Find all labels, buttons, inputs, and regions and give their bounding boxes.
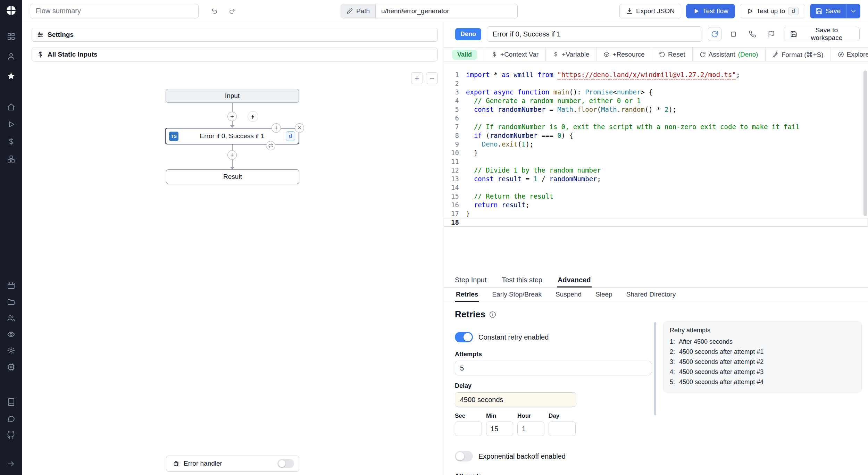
toolbar-context-var[interactable]: +Context Var — [484, 48, 545, 61]
retry-attempt-item: 5: 4500 seconds after attempt #4 — [670, 377, 855, 387]
input-node-label: Input — [225, 92, 240, 100]
repeat-icon — [268, 143, 273, 148]
toolbar-assistant[interactable]: Assistant(Deno) — [692, 48, 765, 61]
code-line-7[interactable]: 7 // If randomNumber is 0, exit the scri… — [444, 123, 868, 131]
sidebar-item-star[interactable] — [4, 69, 18, 83]
sidebar-item-users[interactable] — [4, 311, 18, 325]
save-dropdown-button[interactable] — [846, 4, 860, 18]
subtab-shared-directory[interactable]: Shared Directory — [626, 288, 677, 302]
sidebar-item-user[interactable] — [4, 49, 18, 63]
expand-sidebar-button[interactable] — [4, 457, 18, 471]
zoom-out-button[interactable]: − — [426, 72, 438, 84]
redo-button[interactable] — [225, 4, 239, 18]
sidebar-item-dollar[interactable] — [4, 135, 18, 149]
subtab-sleep[interactable]: Sleep — [595, 288, 613, 302]
code-line-4[interactable]: 4 // Generate a random number, either 0 … — [444, 97, 868, 105]
sidebar-item-home[interactable] — [4, 100, 18, 114]
attempts-input[interactable] — [455, 361, 651, 375]
constant-retry-toggle[interactable] — [455, 332, 473, 342]
zoom-in-button[interactable]: + — [411, 72, 423, 84]
sync-button[interactable] — [708, 27, 721, 41]
code-line-16[interactable]: 16 return result; — [444, 201, 868, 209]
trigger-step-button[interactable] — [248, 111, 258, 122]
form-scrollbar[interactable] — [654, 322, 656, 415]
code-line-18[interactable]: 18 — [444, 218, 868, 227]
tab-step-input[interactable]: Step Input — [454, 274, 487, 288]
fullscreen-button[interactable] — [727, 27, 740, 41]
tab-test-this-step[interactable]: Test this step — [501, 274, 543, 288]
code-line-14[interactable]: 14 — [444, 183, 868, 192]
sidebar-item-folder[interactable] — [4, 295, 18, 309]
step-loop-button[interactable] — [266, 141, 275, 150]
code-line-6[interactable]: 6 — [444, 114, 868, 123]
code-line-15[interactable]: 15 // Return the result — [444, 192, 868, 201]
code-line-5[interactable]: 5 const randomNumber = Math.floor(Math.r… — [444, 105, 868, 114]
code-line-17[interactable]: 17} — [444, 209, 868, 218]
settings-bar[interactable]: Settings — [32, 28, 438, 42]
day-label: Day — [549, 412, 576, 419]
editor-scrollbar[interactable] — [863, 70, 867, 216]
flow-summary-input[interactable] — [30, 4, 199, 18]
subtab-retries[interactable]: Retries — [455, 288, 479, 302]
result-node[interactable]: Result — [166, 169, 299, 184]
code-line-3[interactable]: 3export async function main(): Promise<n… — [444, 88, 868, 97]
insert-step-button[interactable]: + — [227, 150, 237, 160]
sidebar-item-grid[interactable] — [4, 30, 18, 43]
toolbar-explore-other-s[interactable]: Explore other s — [831, 48, 868, 61]
code-line-8[interactable]: 8 if (randomNumber === 0) { — [444, 131, 868, 140]
sidebar-item-play[interactable] — [4, 117, 18, 131]
sidebar-item-calendar[interactable] — [4, 278, 18, 292]
exponential-backoff-toggle[interactable] — [455, 451, 473, 461]
code-line-1[interactable]: 1import * as wmill from "https://deno.la… — [444, 70, 868, 79]
code-line-2[interactable]: 2 — [444, 79, 868, 88]
toolbar-resource[interactable]: +Resource — [596, 48, 651, 61]
subtab-early-stop-break[interactable]: Early Stop/Break — [491, 288, 542, 302]
input-node[interactable]: Input — [166, 89, 299, 103]
code-line-9[interactable]: 9 Deno.exit(1); — [444, 140, 868, 149]
feedback-button[interactable] — [746, 27, 759, 41]
code-line-10[interactable]: 10 } — [444, 149, 868, 157]
error-handler-node[interactable]: Error handler — [166, 456, 299, 472]
undo-button[interactable] — [208, 4, 222, 18]
app-sidebar — [0, 0, 22, 475]
all-static-inputs-bar[interactable]: All Static Inputs — [32, 48, 438, 61]
test-up-to-button[interactable]: Test up to d — [740, 4, 805, 18]
path-edit-badge[interactable]: Path — [341, 4, 376, 18]
sidebar-item-book[interactable] — [4, 395, 18, 409]
library-button[interactable] — [765, 27, 778, 41]
min-input[interactable] — [486, 422, 513, 436]
code-line-11[interactable]: 11 — [444, 157, 868, 166]
sidebar-item-eye[interactable] — [4, 327, 18, 341]
step-delete-button[interactable]: × — [295, 123, 304, 133]
save-button[interactable]: Save — [810, 4, 846, 18]
code-line-12[interactable]: 12 // Divide 1 by the random number — [444, 166, 868, 175]
insert-step-button[interactable]: + — [227, 112, 237, 121]
subtab-suspend[interactable]: Suspend — [555, 288, 582, 302]
toolbar-reset[interactable]: Reset — [652, 48, 692, 61]
windmill-logo[interactable] — [3, 3, 19, 18]
time-field-day: Day — [549, 412, 576, 436]
github-icon — [7, 431, 15, 440]
tab-advanced[interactable]: Advanced — [557, 274, 592, 288]
sidebar-item-gear[interactable] — [4, 344, 18, 358]
sidebar-item-boxes[interactable] — [4, 152, 18, 166]
path-input[interactable] — [376, 4, 517, 18]
step-name-input[interactable] — [487, 26, 702, 42]
export-json-button[interactable]: Export JSON — [619, 4, 681, 18]
toolbar-variable[interactable]: +Variable — [545, 48, 596, 61]
sidebar-item-discord[interactable] — [4, 412, 18, 426]
topbar: Path Export JSON Test flow Test up to d … — [22, 0, 868, 22]
sec-input[interactable] — [455, 422, 482, 436]
error-handler-toggle[interactable] — [277, 459, 294, 468]
save-to-workspace-button[interactable]: Save to workspace — [784, 27, 860, 41]
code-line-13[interactable]: 13 const result = 1 / randomNumber; — [444, 175, 868, 183]
day-input[interactable] — [549, 422, 576, 436]
step-add-branch-button[interactable]: + — [272, 123, 281, 133]
code-editor[interactable]: 1import * as wmill from "https://deno.la… — [444, 62, 868, 274]
sidebar-item-github[interactable] — [4, 428, 18, 442]
delay-input[interactable] — [455, 392, 576, 407]
hour-input[interactable] — [517, 422, 544, 436]
toolbar-format-s[interactable]: Format (⌘+S) — [765, 48, 831, 61]
test-flow-button[interactable]: Test flow — [686, 4, 735, 18]
sidebar-item-workers[interactable] — [4, 360, 18, 374]
